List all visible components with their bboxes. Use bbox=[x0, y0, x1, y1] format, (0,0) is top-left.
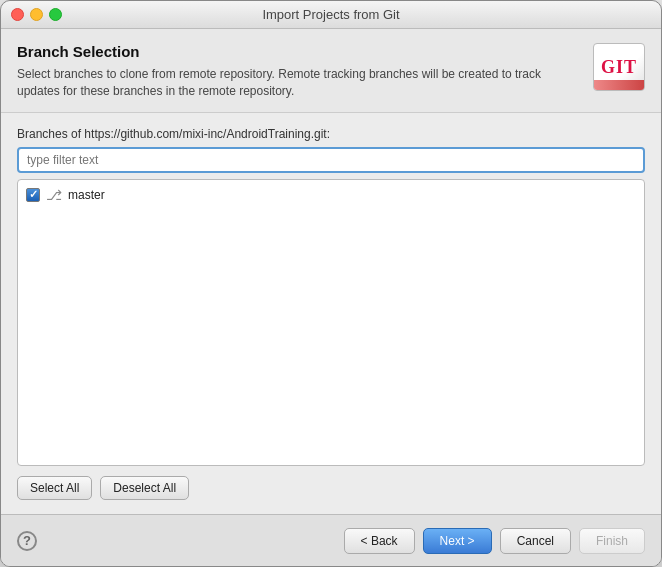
branch-name: master bbox=[68, 188, 105, 202]
close-button[interactable] bbox=[11, 8, 24, 21]
section-description: Select branches to clone from remote rep… bbox=[17, 66, 577, 100]
select-all-button[interactable]: Select All bbox=[17, 476, 92, 500]
maximize-button[interactable] bbox=[49, 8, 62, 21]
content-area: Branch Selection Select branches to clon… bbox=[1, 29, 661, 566]
header-text: Branch Selection Select branches to clon… bbox=[17, 43, 583, 100]
titlebar: Import Projects from Git bbox=[1, 1, 661, 29]
git-logo: GIT bbox=[593, 43, 645, 91]
finish-button: Finish bbox=[579, 528, 645, 554]
bottom-bar: ? < Back Next > Cancel Finish bbox=[1, 514, 661, 566]
main-body: Branches of https://github.com/mixi-inc/… bbox=[1, 113, 661, 514]
cancel-button[interactable]: Cancel bbox=[500, 528, 571, 554]
check-mark: ✓ bbox=[29, 189, 38, 200]
next-button[interactable]: Next > bbox=[423, 528, 492, 554]
filter-input[interactable] bbox=[17, 147, 645, 173]
select-buttons-row: Select All Deselect All bbox=[17, 476, 645, 500]
branch-icon: ⎇ bbox=[46, 187, 62, 203]
window-title: Import Projects from Git bbox=[262, 7, 399, 22]
git-logo-text: GIT bbox=[601, 57, 637, 78]
help-icon-label: ? bbox=[23, 533, 31, 548]
git-logo-stripe bbox=[594, 80, 644, 90]
back-button[interactable]: < Back bbox=[344, 528, 415, 554]
minimize-button[interactable] bbox=[30, 8, 43, 21]
nav-buttons: < Back Next > Cancel Finish bbox=[344, 528, 645, 554]
header-section: Branch Selection Select branches to clon… bbox=[1, 29, 661, 113]
branch-list: ✓ ⎇ master bbox=[17, 179, 645, 466]
traffic-lights bbox=[11, 8, 62, 21]
help-button[interactable]: ? bbox=[17, 531, 37, 551]
list-item[interactable]: ✓ ⎇ master bbox=[18, 184, 644, 206]
main-window: Import Projects from Git Branch Selectio… bbox=[0, 0, 662, 567]
branch-checkbox[interactable]: ✓ bbox=[26, 188, 40, 202]
branches-label: Branches of https://github.com/mixi-inc/… bbox=[17, 127, 645, 141]
section-title: Branch Selection bbox=[17, 43, 583, 60]
deselect-all-button[interactable]: Deselect All bbox=[100, 476, 189, 500]
